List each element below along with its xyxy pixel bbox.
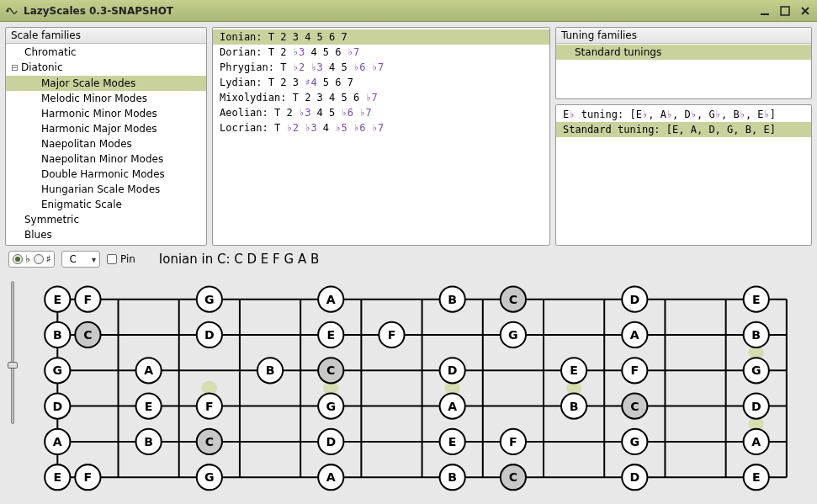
root-note-select[interactable]: C ▾: [61, 251, 99, 268]
scale-mode-row[interactable]: Mixolydian: T 2 3 4 5 6 ♭7: [213, 90, 549, 105]
slider-thumb[interactable]: [8, 362, 18, 369]
fret-note-label: B: [266, 363, 275, 377]
top-panels: Scale families Chromatic⊟DiatonicMajor S…: [5, 27, 812, 246]
fret-note-label: D: [629, 293, 639, 306]
tree-item[interactable]: ⊟Diatonic: [6, 60, 206, 76]
scale-mode-label: Mixolydian: T 2 3 4 5 6 ♭7: [220, 92, 378, 103]
tuning-families-header: Tuning families: [556, 28, 811, 44]
scale-mode-row[interactable]: Lydian: T 2 3 ♯4 5 6 7: [213, 75, 549, 90]
content-area: Scale families Chromatic⊟DiatonicMajor S…: [0, 22, 817, 504]
scale-mode-row[interactable]: Dorian: T 2 ♭3 4 5 6 ♭7: [213, 45, 549, 60]
sharp-radio[interactable]: ♯: [34, 253, 51, 265]
minimize-button[interactable]: [758, 4, 772, 18]
tree-item-label: Enigmatic Scale: [41, 199, 122, 210]
fret-note-label: B: [570, 400, 579, 413]
tree-item[interactable]: Enigmatic Scale: [6, 197, 206, 212]
tree-item[interactable]: Naepolitan Modes: [6, 136, 206, 151]
fretboard-area: EFGABCDEBCDEFGABGABCDEFGDEFGABCDABCDEFGA…: [5, 273, 812, 504]
tree-item[interactable]: ⊞Pentatonic: [6, 242, 206, 245]
fret-note-label: D: [629, 470, 639, 484]
fret-note-label: C: [509, 293, 517, 306]
scale-families-header: Scale families: [6, 28, 206, 44]
svg-rect-1: [761, 13, 769, 15]
fret-note-label: C: [326, 363, 335, 377]
tuning-row[interactable]: Standard tuning: [E, A, D, G, B, E]: [556, 122, 811, 137]
scale-modes-list[interactable]: Ionian: T 2 3 4 5 6 7Dorian: T 2 ♭3 4 5 …: [213, 28, 549, 245]
tree-item[interactable]: Naepolitan Minor Modes: [6, 151, 206, 167]
fret-note-label: E: [53, 293, 61, 306]
scale-families-tree[interactable]: Chromatic⊟DiatonicMajor Scale ModesMelod…: [6, 44, 206, 245]
close-button[interactable]: [798, 4, 812, 18]
fretboard-svg: EFGABCDEBCDEFGABGABCDEFGDEFGABCDABCDEFGA…: [24, 281, 804, 496]
fret-note-label: A: [326, 293, 336, 306]
tree-item[interactable]: Melodic Minor Modes: [6, 91, 206, 106]
scale-mode-label: Locrian: T ♭2 ♭3 4 ♭5 ♭6 ♭7: [220, 122, 384, 134]
window-titlebar: LazyScales 0.3-SNAPSHOT: [0, 0, 817, 22]
fret-note-label: G: [508, 328, 518, 342]
pin-checkbox[interactable]: Pin: [107, 253, 135, 265]
svg-point-0: [7, 9, 9, 12]
fret-note-label: D: [448, 363, 458, 377]
collapse-icon[interactable]: ⊟: [11, 61, 21, 75]
fret-note-label: B: [448, 470, 457, 484]
tree-item[interactable]: Symmetric: [6, 212, 206, 227]
checkbox-icon: [107, 254, 117, 264]
pin-label: Pin: [120, 253, 135, 265]
tunings-list[interactable]: E♭ tuning: [E♭, A♭, D♭, G♭, B♭, E♭]Stand…: [556, 105, 811, 245]
tuning-row[interactable]: E♭ tuning: [E♭, A♭, D♭, G♭, B♭, E♭]: [556, 107, 811, 122]
fretboard-slider[interactable]: [5, 273, 20, 504]
tree-item[interactable]: Blues: [6, 227, 206, 242]
tree-item-label: Harmonic Minor Modes: [41, 108, 157, 119]
tree-item-label: Chromatic: [24, 46, 77, 58]
fret-note-label: A: [751, 435, 761, 448]
scale-mode-row[interactable]: Aeolian: T 2 ♭3 4 5 ♭6 ♭7: [213, 105, 549, 120]
fret-note-label: D: [204, 328, 215, 342]
root-note-value: C: [69, 253, 76, 265]
svg-rect-2: [781, 7, 789, 15]
tree-item[interactable]: Hungarian Scale Modes: [6, 182, 206, 197]
fret-note-label: E: [145, 400, 153, 413]
fret-note-label: C: [630, 400, 639, 413]
fret-note-label: F: [205, 400, 214, 413]
tree-item[interactable]: Harmonic Minor Modes: [6, 106, 206, 121]
scale-mode-row[interactable]: Phrygian: T ♭2 ♭3 4 5 ♭6 ♭7: [213, 60, 549, 75]
fret-note-label: G: [751, 363, 761, 377]
tree-item[interactable]: Double Harmonic Modes: [6, 167, 206, 182]
fret-note-label: D: [52, 400, 62, 413]
fret-note-label: G: [326, 400, 336, 413]
tree-item-label: Hungarian Scale Modes: [41, 183, 160, 195]
scale-mode-label: Lydian: T 2 3 ♯4 5 6 7: [220, 77, 353, 88]
scale-title: Ionian in C: C D E F G A B: [159, 252, 319, 267]
flat-radio[interactable]: ♭: [13, 253, 30, 265]
radio-dot-icon: [34, 254, 44, 264]
fret-note-label: F: [84, 293, 93, 306]
scale-families-panel: Scale families Chromatic⊟DiatonicMajor S…: [5, 27, 207, 246]
fret-note-label: B: [53, 328, 62, 342]
fret-note-label: F: [84, 470, 93, 484]
maximize-button[interactable]: [778, 4, 792, 18]
fret-note-label: G: [53, 363, 63, 377]
tuning-family-item[interactable]: Standard tunings: [556, 45, 811, 60]
tree-item-label: Blues: [24, 229, 52, 241]
tree-item[interactable]: Major Scale Modes: [6, 76, 206, 91]
app-icon: [5, 4, 19, 18]
tuning-families-panel: Tuning families Standard tunings: [555, 27, 812, 99]
tree-item-label: Naepolitan Modes: [41, 138, 132, 150]
tree-item-label: Symmetric: [24, 214, 79, 225]
fret-note-label: F: [630, 363, 639, 377]
scale-mode-label: Dorian: T 2 ♭3 4 5 6 ♭7: [220, 46, 359, 58]
tree-item[interactable]: Harmonic Major Modes: [6, 121, 206, 136]
fretboard[interactable]: EFGABCDEBCDEFGABGABCDEFGDEFGABCDABCDEFGA…: [24, 281, 804, 496]
tuning-label: E♭ tuning: [E♭, A♭, D♭, G♭, B♭, E♭]: [563, 109, 776, 120]
fret-note-label: G: [630, 435, 640, 448]
right-column: Tuning families Standard tunings E♭ tuni…: [555, 27, 812, 246]
chevron-down-icon: ▾: [92, 255, 96, 264]
scale-mode-row[interactable]: Ionian: T 2 3 4 5 6 7: [213, 29, 549, 45]
scale-mode-row[interactable]: Locrian: T ♭2 ♭3 4 ♭5 ♭6 ♭7: [213, 120, 549, 135]
tree-item[interactable]: Chromatic: [6, 45, 206, 60]
slider-track: [11, 281, 14, 424]
fret-note-label: A: [630, 328, 639, 342]
expand-icon[interactable]: ⊞: [11, 244, 21, 245]
tuning-families-list[interactable]: Standard tunings: [556, 44, 811, 98]
fret-note-label: A: [144, 363, 153, 377]
